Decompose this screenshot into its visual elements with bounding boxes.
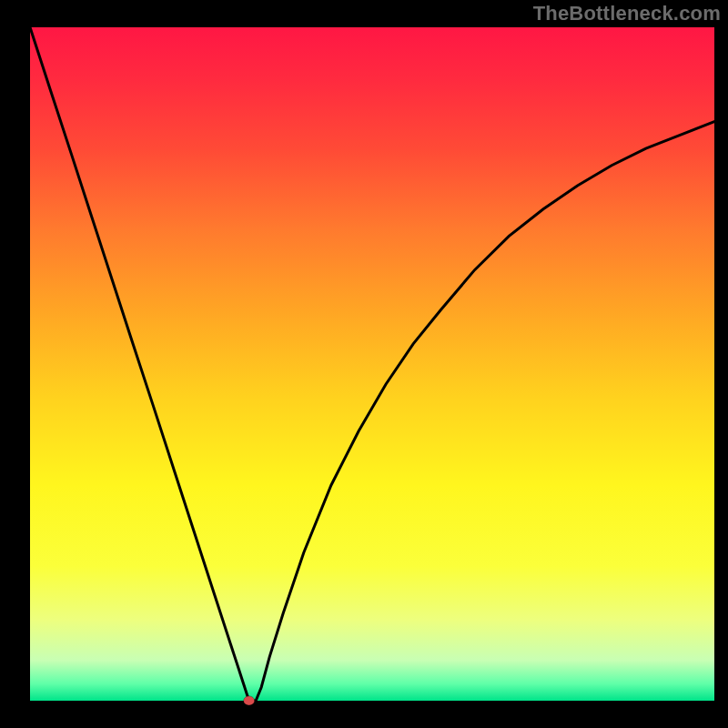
plot-background: [30, 27, 714, 701]
chart-frame: TheBottleneck.com: [0, 0, 728, 728]
minimum-marker: [244, 696, 255, 705]
bottleneck-chart: [0, 0, 728, 728]
